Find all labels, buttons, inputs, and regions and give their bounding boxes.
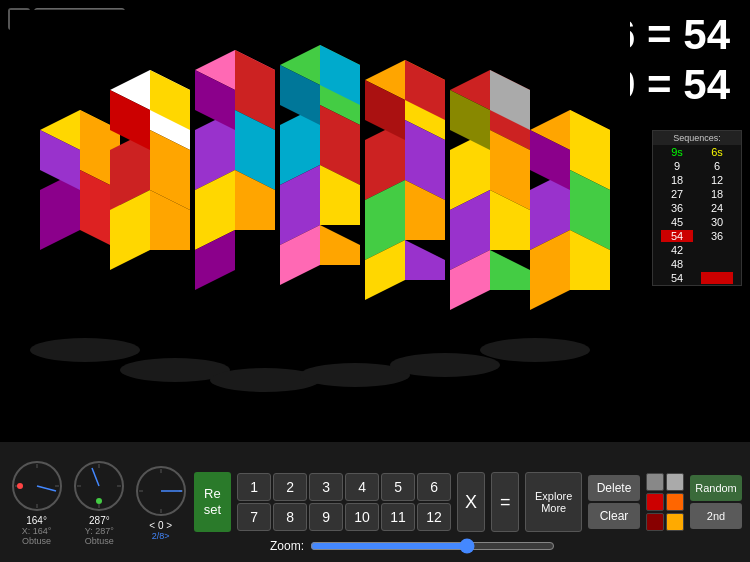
clear-button[interactable]: Clear xyxy=(588,503,640,529)
seq-cell-col1-3: 36 xyxy=(661,202,693,214)
color-swatch-3[interactable] xyxy=(666,493,684,511)
extra-buttons: Random 2nd xyxy=(690,475,742,529)
number-button-3[interactable]: 3 xyxy=(309,473,343,501)
number-button-5[interactable]: 5 xyxy=(381,473,415,501)
zoom-label: Zoom: xyxy=(270,539,304,553)
seq-cell-col1-5: 54 xyxy=(661,230,693,242)
equals-operator-button[interactable]: = xyxy=(491,472,519,532)
number-button-12[interactable]: 12 xyxy=(417,503,451,531)
dial-z[interactable] xyxy=(134,464,188,518)
random-button[interactable]: Random xyxy=(690,475,742,501)
seq-row-3: 3624 xyxy=(653,201,741,215)
dial-x[interactable] xyxy=(10,459,64,513)
sequences-header: Sequences: xyxy=(653,131,741,145)
seq-row-0: 96 xyxy=(653,159,741,173)
seq-cell-col2-8 xyxy=(701,272,733,284)
seq-cell-col2-0: 6 xyxy=(701,160,733,172)
seq-col2-header: 6s xyxy=(701,146,733,158)
delete-clear-area: Delete Clear xyxy=(588,475,640,529)
color-swatch-5[interactable] xyxy=(666,513,684,531)
cube-svg xyxy=(10,10,630,420)
dial-y-sublabel: Y: 287° Obtuse xyxy=(71,526,128,546)
seq-col1-header: 9s xyxy=(661,146,693,158)
explore-more-button[interactable]: ExploreMore xyxy=(525,472,582,532)
seq-cell-col1-4: 45 xyxy=(661,216,693,228)
dial-x-sublabel: X: 164° Obtuse xyxy=(8,526,65,546)
seq-row-8: 54 xyxy=(653,271,741,285)
number-button-10[interactable]: 10 xyxy=(345,503,379,531)
dial-y[interactable] xyxy=(72,459,126,513)
reset-button[interactable]: Reset xyxy=(194,472,231,532)
svg-point-62 xyxy=(30,338,140,362)
seq-cell-col2-2: 18 xyxy=(701,188,733,200)
number-button-7[interactable]: 7 xyxy=(237,503,271,531)
seq-cell-col1-7: 48 xyxy=(661,258,693,270)
color-swatch-1[interactable] xyxy=(666,473,684,491)
number-button-2[interactable]: 2 xyxy=(273,473,307,501)
svg-point-73 xyxy=(17,483,23,489)
number-button-6[interactable]: 6 xyxy=(417,473,451,501)
number-grid: 123456789101112 xyxy=(237,473,451,531)
number-button-1[interactable]: 1 xyxy=(237,473,271,501)
dial-z-sublabel: 2/8> xyxy=(152,531,170,541)
color-swatch-2[interactable] xyxy=(646,493,664,511)
seq-cell-col2-6 xyxy=(701,244,733,256)
seq-cell-col2-7 xyxy=(701,258,733,270)
zoom-area: Zoom: xyxy=(270,538,555,554)
seq-cell-col2-5: 36 xyxy=(701,230,733,242)
dial-y-container: 287° Y: 287° Obtuse xyxy=(71,459,128,546)
svg-point-67 xyxy=(480,338,590,362)
seq-cell-col1-6: 42 xyxy=(661,244,693,256)
delete-button[interactable]: Delete xyxy=(588,475,640,501)
svg-point-66 xyxy=(390,353,500,377)
sequences-rows: 9618122718362445305436424854 xyxy=(653,159,741,285)
svg-point-80 xyxy=(96,498,102,504)
dial-z-value: < 0 > xyxy=(149,520,172,531)
seq-cell-col2-3: 24 xyxy=(701,202,733,214)
dial-x-container: 164° X: 164° Obtuse xyxy=(8,459,65,546)
second-button[interactable]: 2nd xyxy=(690,503,742,529)
dial-z-container: < 0 > 2/8> xyxy=(134,464,188,541)
seq-row-7: 48 xyxy=(653,257,741,271)
color-swatch-4[interactable] xyxy=(646,513,664,531)
number-button-9[interactable]: 9 xyxy=(309,503,343,531)
seq-cell-col2-1: 12 xyxy=(701,174,733,186)
seq-row-1: 1812 xyxy=(653,173,741,187)
sequences-panel: Sequences: 9s 6s 96181227183624453054364… xyxy=(652,130,742,286)
seq-row-5: 5436 xyxy=(653,229,741,243)
seq-row-2: 2718 xyxy=(653,187,741,201)
seq-cell-col1-1: 18 xyxy=(661,174,693,186)
number-button-11[interactable]: 11 xyxy=(381,503,415,531)
cube-visualization xyxy=(0,0,640,430)
x-operator-button[interactable]: X xyxy=(457,472,485,532)
number-button-8[interactable]: 8 xyxy=(273,503,307,531)
seq-row-4: 4530 xyxy=(653,215,741,229)
seq-cell-col2-4: 30 xyxy=(701,216,733,228)
sequences-col-headers: 9s 6s xyxy=(653,145,741,159)
zoom-slider[interactable] xyxy=(310,538,555,554)
dial-y-value: 287° xyxy=(89,515,110,526)
seq-cell-col1-0: 9 xyxy=(661,160,693,172)
number-button-4[interactable]: 4 xyxy=(345,473,379,501)
color-palette xyxy=(646,473,684,531)
dial-x-value: 164° xyxy=(26,515,47,526)
sequences-label: Sequences: xyxy=(657,133,737,143)
seq-row-6: 42 xyxy=(653,243,741,257)
color-swatch-0[interactable] xyxy=(646,473,664,491)
seq-cell-col1-8: 54 xyxy=(661,272,693,284)
seq-cell-col1-2: 27 xyxy=(661,188,693,200)
